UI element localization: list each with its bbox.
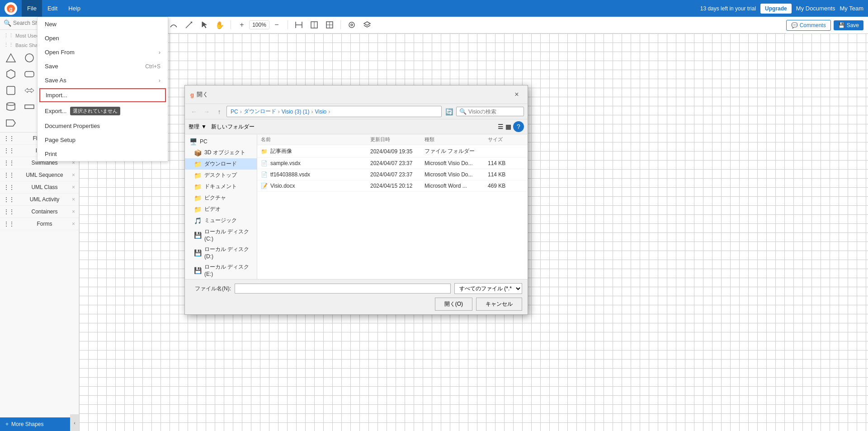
path-part-visio-folder[interactable]: Visio (3) (1) <box>282 109 310 115</box>
path-part-visio[interactable]: Visio <box>315 109 326 115</box>
path-part-download[interactable]: ダウンロード <box>244 108 276 115</box>
sidebar-item-drive-c[interactable]: 💾 ローカル ディスク (C:) <box>185 226 257 244</box>
most-used-drag-icon: ⋮⋮ <box>4 33 14 38</box>
file-item-visio-docx[interactable]: 📝 Visio.docx 2024/04/15 20:12 Microsoft … <box>257 180 528 192</box>
forms-close[interactable]: × <box>72 221 75 227</box>
shape-rounded-square[interactable] <box>4 83 18 98</box>
shape-section-uml-activity[interactable]: ⋮⋮ UML Activity × <box>0 194 79 206</box>
shape-rect-thin[interactable] <box>22 99 37 114</box>
file-item-tf16403888[interactable]: 📄 tf16403888.vsdx 2024/04/07 23:37 Micro… <box>257 169 528 180</box>
shape-section-uml-sequence[interactable]: ⋮⋮ UML Sequence × <box>0 169 79 181</box>
nav-file[interactable]: File <box>22 0 42 17</box>
menu-item-export[interactable]: Export... 選択されていません <box>38 103 168 119</box>
menu-item-print[interactable]: Print <box>38 147 168 161</box>
menu-item-open-from[interactable]: Open From › <box>38 45 168 59</box>
shape-triangle[interactable] <box>4 51 18 65</box>
hand-tool[interactable]: ✋ <box>213 19 226 31</box>
uml-seq-close[interactable]: × <box>72 172 75 178</box>
menu-item-import[interactable]: Import... <box>39 88 166 102</box>
uml-class-close[interactable]: × <box>72 184 75 190</box>
menu-item-page-setup[interactable]: Page Setup <box>38 133 168 147</box>
sidebar-item-pc[interactable]: 🖥️ PC <box>185 136 257 147</box>
fit-page-tool[interactable] <box>308 19 321 31</box>
file-item-sample-vsdx[interactable]: 📄 sample.vsdx 2024/04/07 23:37 Microsoft… <box>257 158 528 169</box>
search-icon: 🔍 <box>4 19 11 27</box>
view-list-button[interactable]: ☰ <box>498 121 504 132</box>
shape-pentagon-right[interactable] <box>4 116 18 130</box>
dialog-forward-button[interactable]: → <box>201 106 212 117</box>
layers-tool[interactable] <box>361 19 373 31</box>
sidebar-item-music[interactable]: 🎵 ミュージック <box>185 215 257 226</box>
music-icon: 🎵 <box>194 217 202 224</box>
my-documents-link[interactable]: My Documents <box>796 5 835 12</box>
sidebar-item-3d[interactable]: 📦 3D オブジェクト <box>185 147 257 158</box>
top-right-actions: 💬 Comments 💾 Save <box>786 17 868 33</box>
app-logo[interactable]: g <box>0 0 22 17</box>
sidebar-item-drive-d[interactable]: 💾 ローカル ディスク (D:) <box>185 244 257 261</box>
upgrade-button[interactable]: Upgrade <box>760 4 792 14</box>
file-item-folder[interactable]: 📁 記事画像 2024/04/09 19:35 ファイル フォルダー <box>257 145 528 158</box>
organize-button[interactable]: 整理 ▼ <box>189 123 207 131</box>
containers-close[interactable]: × <box>72 208 75 215</box>
file-date-sample: 2024/04/07 23:37 <box>370 160 425 166</box>
sidebar-item-downloads[interactable]: 📁 ダウンロード <box>185 158 257 170</box>
nav-edit[interactable]: Edit <box>42 0 63 17</box>
sidebar-item-pictures[interactable]: 📁 ピクチャ <box>185 192 257 204</box>
new-folder-button[interactable]: 新しいフォルダー <box>211 123 255 131</box>
filename-input[interactable] <box>235 284 451 294</box>
select-tool[interactable] <box>198 19 211 31</box>
dialog-up-button[interactable]: ↑ <box>214 106 225 117</box>
menu-item-save-as[interactable]: Save As › <box>38 73 168 87</box>
dialog-search-input[interactable] <box>468 109 514 115</box>
gliffy-dialog-icon: g <box>190 91 194 98</box>
save-button[interactable]: 💾 Save <box>834 20 863 30</box>
more-shapes-button[interactable]: + More Shapes <box>0 417 70 431</box>
extras-tool[interactable] <box>345 19 358 31</box>
fit-width-tool[interactable] <box>292 19 305 31</box>
shape-section-containers[interactable]: ⋮⋮ Containers × <box>0 206 79 218</box>
sidebar-item-drive-e[interactable]: 💾 ローカル ディスク (E:) <box>185 261 257 279</box>
col-size[interactable]: サイズ <box>488 136 524 143</box>
shape-section-uml-class[interactable]: ⋮⋮ UML Class × <box>0 181 79 194</box>
sidebar-item-desktop[interactable]: 📁 デスクトップ <box>185 170 257 181</box>
shape-cylinder[interactable] <box>4 99 18 114</box>
dialog-ok-button[interactable]: 開く(O) <box>435 298 472 311</box>
sidebar-collapse-button[interactable]: ‹ <box>70 414 79 431</box>
col-date[interactable]: 更新日時 <box>370 136 425 143</box>
col-type[interactable]: 種類 <box>425 136 488 143</box>
menu-page-setup-label: Page Setup <box>45 137 75 143</box>
sidebar-item-documents[interactable]: 📁 ドキュメント <box>185 181 257 192</box>
menu-item-save[interactable]: Save Ctrl+S <box>38 59 168 73</box>
dialog-close-button[interactable]: × <box>511 89 522 100</box>
col-name[interactable]: 名前 <box>261 136 370 143</box>
fit-both-tool[interactable] <box>323 19 336 31</box>
zoom-in-button[interactable]: + <box>236 19 248 31</box>
logo-icon: g <box>5 2 17 15</box>
view-details-button[interactable]: ▦ <box>505 121 511 132</box>
zoom-out-button[interactable]: − <box>270 19 283 31</box>
dialog-refresh-button[interactable]: 🔄 <box>443 106 454 117</box>
filetype-select[interactable]: すべてのファイル (*.*) <box>454 283 522 294</box>
dialog-cancel-button[interactable]: キャンセル <box>476 298 522 311</box>
uml-activity-label: UML Activity <box>30 196 60 203</box>
menu-item-doc-props[interactable]: Document Properties <box>38 119 168 133</box>
nav-help[interactable]: Help <box>63 0 86 17</box>
pencil-tool[interactable] <box>183 19 195 31</box>
shape-section-forms[interactable]: ⋮⋮ Forms × <box>0 218 79 230</box>
help-button[interactable]: ? <box>513 121 524 132</box>
comments-button[interactable]: 💬 Comments <box>786 20 831 31</box>
menu-item-new[interactable]: New <box>38 17 168 31</box>
videos-icon: 📁 <box>194 206 202 213</box>
menu-item-open[interactable]: Open <box>38 31 168 45</box>
path-part-pc[interactable]: PC <box>231 109 238 115</box>
dialog-back-button[interactable]: ← <box>189 106 199 117</box>
shape-rounded-rect[interactable] <box>22 67 37 81</box>
uml-activity-close[interactable]: × <box>72 196 75 203</box>
sidebar-item-videos[interactable]: 📁 ビデオ <box>185 204 257 215</box>
shape-circle[interactable] <box>22 51 37 65</box>
containers-drag: ⋮⋮ <box>4 208 14 215</box>
my-team-link[interactable]: My Team <box>840 5 864 12</box>
shape-double-arrow[interactable] <box>22 83 37 98</box>
shape-hexagon[interactable] <box>4 67 18 81</box>
path-tool[interactable] <box>167 19 180 31</box>
